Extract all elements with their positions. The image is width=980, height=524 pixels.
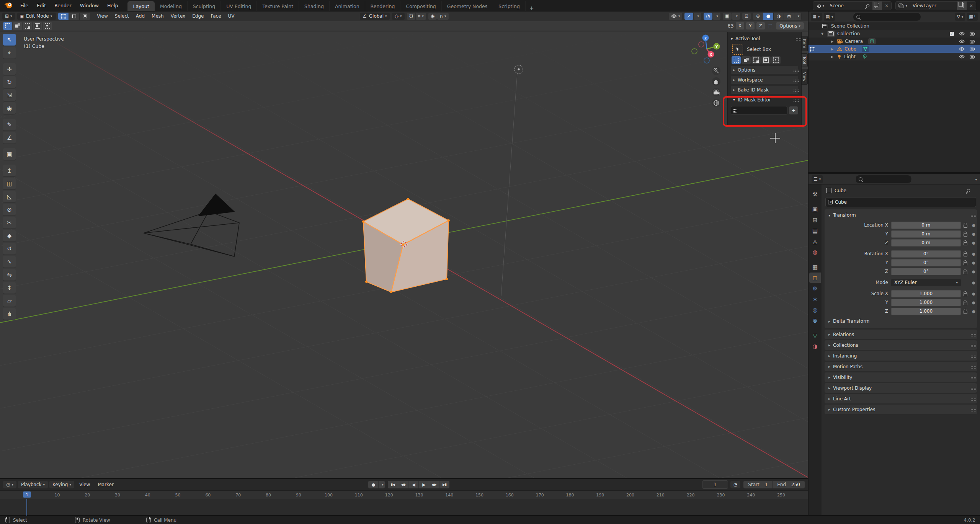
tool-rip-region[interactable]: ⋔ xyxy=(3,308,16,320)
panel-custom-properties[interactable]: Custom Properties xyxy=(825,405,977,414)
panel-visibility[interactable]: Visibility xyxy=(825,372,977,382)
tab-geometry-nodes[interactable]: Geometry Nodes xyxy=(442,1,493,11)
tool-loop-cut[interactable]: ⊘ xyxy=(3,204,16,215)
disable-render-icon[interactable] xyxy=(970,32,975,36)
outliner-row-scene-collection[interactable]: Scene Collection xyxy=(808,22,980,30)
tab-tool[interactable]: ⚒ xyxy=(809,189,821,199)
scale-x-input[interactable]: 1.000 xyxy=(891,290,961,297)
mode-dropdown[interactable]: ▣ Edit Mode xyxy=(17,13,56,20)
animate-dot[interactable]: ● xyxy=(970,252,977,256)
tab-sculpting[interactable]: Sculpting xyxy=(188,1,221,11)
expand-icon[interactable]: ▶ xyxy=(830,40,835,43)
workspace-panel-header[interactable]: Workspace xyxy=(731,76,798,84)
jump-to-start-button[interactable]: ▮◀ xyxy=(388,481,398,488)
id-mask-input[interactable] xyxy=(731,106,787,115)
tab-render[interactable]: ▣ xyxy=(809,204,821,214)
timeline-track-area[interactable] xyxy=(0,499,808,516)
jump-to-end-button[interactable]: ▶▮ xyxy=(439,481,449,488)
location-y-input[interactable]: 0 m xyxy=(891,230,961,238)
shading-dropdown[interactable] xyxy=(794,13,802,20)
tab-particles[interactable]: ∗ xyxy=(809,294,821,304)
menu-file[interactable]: File xyxy=(16,0,33,11)
tab-animation[interactable]: Animation xyxy=(330,1,365,11)
xray-toggle[interactable]: ⊡ xyxy=(742,13,751,20)
rotation-mode-dropdown[interactable]: XYZ Euler▾ xyxy=(891,279,961,286)
tool-select-box[interactable]: ↖ xyxy=(3,34,16,46)
camera-data-icon[interactable] xyxy=(868,38,876,44)
select-subtract-button[interactable] xyxy=(23,22,32,30)
mirror-z-toggle[interactable]: Z xyxy=(756,22,765,29)
gizmo-dropdown[interactable] xyxy=(694,13,702,20)
overlays-dropdown[interactable] xyxy=(713,13,721,20)
viewlayer-browse-icon[interactable] xyxy=(896,2,910,10)
lock-icon[interactable] xyxy=(961,269,970,274)
scene-copy-button[interactable] xyxy=(872,2,882,10)
np-select-set[interactable] xyxy=(732,56,741,64)
np-select-invert[interactable] xyxy=(761,56,771,64)
disable-render-icon[interactable] xyxy=(970,39,975,44)
scale-y-input[interactable]: 1.000 xyxy=(891,299,961,306)
viewport-canvas[interactable]: Z Y X xyxy=(0,31,808,478)
tool-transform[interactable]: ◉ xyxy=(3,102,16,114)
mesh-data-icon[interactable] xyxy=(862,46,869,52)
tool-options-dropdown[interactable]: Options xyxy=(776,22,804,29)
end-frame-field[interactable]: End250 xyxy=(773,481,805,488)
proportional-edit-toggle[interactable]: ◉ xyxy=(428,13,437,20)
animate-dot[interactable]: ● xyxy=(970,223,977,227)
menu-vertex[interactable]: Vertex xyxy=(167,11,189,21)
camera-object[interactable] xyxy=(144,194,239,256)
collection-checkbox[interactable]: ✓ xyxy=(950,32,954,36)
tool-poly-build[interactable]: ◆ xyxy=(3,230,16,242)
properties-editor-type-button[interactable]: ☰ xyxy=(812,175,823,183)
edge-select-button[interactable] xyxy=(69,13,80,20)
tab-scene[interactable]: ◬ xyxy=(809,236,821,246)
tab-world[interactable]: ◍ xyxy=(809,247,821,257)
tab-compositing[interactable]: Compositing xyxy=(400,1,441,11)
shading-material-button[interactable]: ◑ xyxy=(774,13,784,20)
lock-icon[interactable] xyxy=(961,300,970,305)
menu-view[interactable]: View xyxy=(93,11,111,21)
pan-button[interactable] xyxy=(712,77,720,86)
menu-uv[interactable]: UV xyxy=(225,11,238,21)
show-overlays-toggle[interactable]: ◔ xyxy=(704,13,712,20)
object-browse-icon[interactable] xyxy=(828,200,833,204)
viewlayer-remove-button[interactable]: × xyxy=(967,3,976,8)
tab-physics[interactable]: ◎ xyxy=(809,305,821,315)
menu-select[interactable]: Select xyxy=(111,11,132,21)
rotation-z-input[interactable]: 0° xyxy=(891,268,961,275)
outliner-search-input[interactable] xyxy=(853,13,921,21)
select-invert-button[interactable] xyxy=(33,22,42,30)
panel-instancing[interactable]: Instancing xyxy=(825,351,977,361)
panel-collections[interactable]: Collections xyxy=(825,340,977,350)
outliner-display-mode-button[interactable]: ▤ xyxy=(824,13,835,21)
tab-rendering[interactable]: Rendering xyxy=(365,1,401,11)
mirror-x-toggle[interactable]: X xyxy=(736,22,744,29)
correct-face-attributes-icon[interactable]: ⬚ xyxy=(768,23,773,29)
tab-texture-paint[interactable]: Texture Paint xyxy=(257,1,299,11)
np-select-subtract[interactable] xyxy=(751,56,761,64)
add-workspace-button[interactable]: + xyxy=(526,5,538,11)
pivot-point-dropdown[interactable]: ◎ xyxy=(392,13,405,20)
tab-collection[interactable]: ▦ xyxy=(809,262,821,272)
editor-type-button[interactable]: ⊞ xyxy=(2,13,15,20)
next-keyframe-button[interactable]: ◆▶ xyxy=(429,481,439,488)
tab-material[interactable]: ◑ xyxy=(809,341,821,351)
select-intersect-button[interactable] xyxy=(43,22,52,30)
playhead[interactable]: 1 xyxy=(23,491,31,498)
tab-view-layer[interactable]: ▤ xyxy=(809,225,821,236)
panel-motion-paths[interactable]: Motion Paths xyxy=(825,362,977,371)
tool-shear[interactable]: ▱ xyxy=(3,295,16,307)
tab-output[interactable]: ⊞ xyxy=(809,215,821,225)
location-z-input[interactable]: 0 m xyxy=(891,239,961,246)
shading-wireframe-button[interactable]: ⊕ xyxy=(753,13,763,20)
tab-constraints[interactable]: ⊗ xyxy=(809,315,821,326)
keying-menu[interactable]: Keying xyxy=(49,481,74,488)
bake-id-mask-panel-header[interactable]: Bake ID Mask xyxy=(731,86,798,94)
menu-mesh[interactable]: Mesh xyxy=(148,11,167,21)
select-box-tool-icon[interactable] xyxy=(732,44,743,55)
animate-dot[interactable]: ● xyxy=(970,269,977,274)
tool-smooth[interactable]: ∿ xyxy=(3,256,16,268)
tool-bevel[interactable]: ◺ xyxy=(3,191,16,202)
tab-layout[interactable]: Layout xyxy=(127,1,155,11)
transform-panel-header[interactable]: Transform xyxy=(825,211,977,219)
